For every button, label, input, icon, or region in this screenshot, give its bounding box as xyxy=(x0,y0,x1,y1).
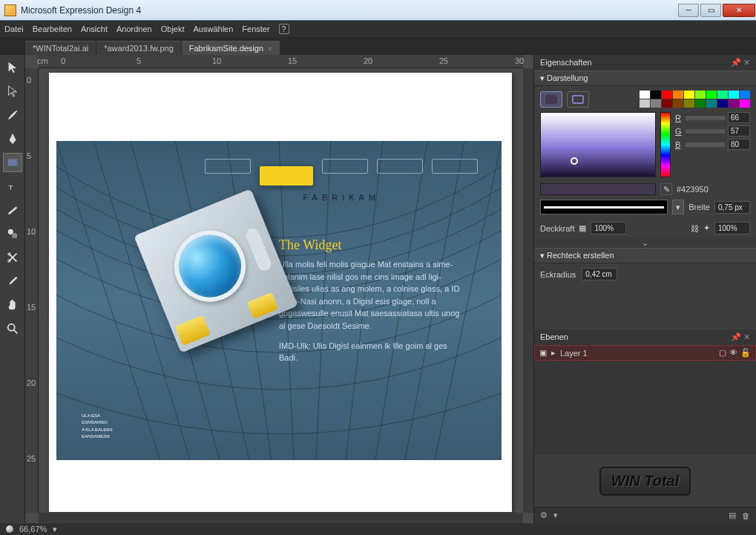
swatch[interactable] xyxy=(695,99,706,108)
zoom-value[interactable]: 66,67% xyxy=(19,525,47,534)
gradient-tool[interactable] xyxy=(3,224,22,243)
hex-value[interactable]: #423950 xyxy=(677,185,709,194)
help-icon[interactable]: ? xyxy=(279,24,289,34)
swatch[interactable] xyxy=(662,99,672,108)
pin-icon[interactable]: 📌 ✕ xyxy=(731,58,750,68)
direct-select-tool[interactable] xyxy=(3,82,22,101)
swatch[interactable] xyxy=(651,99,661,108)
menu-objekt[interactable]: Objekt xyxy=(161,24,185,33)
brush-tool[interactable] xyxy=(3,105,22,125)
r-slider[interactable] xyxy=(686,116,725,120)
widget-body: Ulla molis feli molis giague Mat enstain… xyxy=(279,258,464,364)
paintbucket-tool[interactable] xyxy=(3,200,22,220)
hand-tool[interactable] xyxy=(3,295,22,315)
swatch[interactable] xyxy=(729,99,739,108)
menu-datei[interactable]: Datei xyxy=(4,24,24,33)
zoom-dropdown-icon[interactable]: ▾ xyxy=(53,525,57,534)
menu-ansicht[interactable]: Ansicht xyxy=(81,24,108,33)
menu-bearbeiten[interactable]: Bearbeiten xyxy=(33,24,72,33)
scrollbar-vertical[interactable] xyxy=(523,68,533,513)
rectangle-tool[interactable] xyxy=(3,153,22,172)
opacity-icon[interactable]: ▦ xyxy=(579,223,586,233)
swatch[interactable] xyxy=(673,91,683,99)
layer-name[interactable]: Layer 1 xyxy=(560,349,588,358)
nav-item xyxy=(205,159,251,174)
b-slider[interactable] xyxy=(686,142,725,147)
layer-color-icon[interactable]: ▢ xyxy=(719,348,726,358)
document-tabs: *WINTotal2ai.ai *award2013.fw.png Fabrik… xyxy=(0,37,756,55)
close-button[interactable]: ✕ xyxy=(723,4,755,17)
delete-layer-icon[interactable]: 🗑 xyxy=(742,511,750,520)
color-preview xyxy=(540,183,656,195)
swatch[interactable] xyxy=(717,91,728,99)
swatch[interactable] xyxy=(729,91,739,99)
stroke-width-input[interactable]: 0,75 px xyxy=(714,201,750,214)
swatch[interactable] xyxy=(684,99,694,108)
svg-text:T: T xyxy=(8,183,13,191)
scrollbar-horizontal[interactable] xyxy=(39,513,523,523)
artboard: FABRIKAM I N C O R P O R A T E D The Wid… xyxy=(49,73,512,512)
widget-heading: The Widget xyxy=(279,237,341,253)
g-slider[interactable] xyxy=(686,129,725,134)
fill-toggle[interactable] xyxy=(540,91,562,108)
rect-section[interactable]: ▾ Rechteck erstellen xyxy=(534,248,756,263)
r-input[interactable] xyxy=(728,112,750,123)
zoom-tool[interactable] xyxy=(3,319,22,338)
selection-tool[interactable] xyxy=(3,58,22,77)
appearance-section[interactable]: ▾ Darstellung xyxy=(534,70,756,86)
swatch[interactable] xyxy=(740,99,750,108)
effects-icon[interactable]: ✦ xyxy=(703,223,710,233)
minimize-button[interactable]: ─ xyxy=(678,4,699,17)
artwork: FABRIKAM I N C O R P O R A T E D The Wid… xyxy=(56,141,502,460)
swatch[interactable] xyxy=(673,99,683,108)
opacity2-input[interactable]: 100% xyxy=(714,222,750,234)
link-icon[interactable]: ⛓ xyxy=(691,224,699,233)
opacity-input[interactable]: 100% xyxy=(591,222,626,234)
menu-fenster[interactable]: Fenster xyxy=(242,24,269,33)
expander-toggle[interactable]: ⌄ xyxy=(534,237,756,248)
swatch[interactable] xyxy=(706,99,717,108)
tab-award[interactable]: *award2013.fw.png xyxy=(96,41,181,55)
corner-radius-input[interactable]: 0,42 cm xyxy=(582,268,617,280)
swatch[interactable] xyxy=(717,99,728,108)
layer-expand-icon[interactable]: ▸ xyxy=(551,348,556,358)
swatch[interactable] xyxy=(640,99,650,108)
maximize-button[interactable]: ▭ xyxy=(700,4,721,17)
eyedropper-icon[interactable]: ✎ xyxy=(660,183,672,195)
text-tool[interactable]: T xyxy=(3,177,22,196)
stroke-toggle[interactable] xyxy=(567,91,589,108)
tab-close-icon[interactable]: × xyxy=(268,45,272,53)
pin-icon[interactable]: 📌 ✕ xyxy=(731,332,750,342)
scissors-tool[interactable] xyxy=(3,248,22,267)
color-swatches[interactable] xyxy=(640,91,750,108)
layer-row[interactable]: ▣ ▸ Layer 1 ▢ 👁 🔓 xyxy=(534,345,756,361)
pen-tool[interactable] xyxy=(3,129,22,148)
menu-auswaehlen[interactable]: Auswählen xyxy=(194,24,234,33)
lock-icon[interactable]: 🔓 xyxy=(740,348,751,358)
swatch[interactable] xyxy=(640,91,650,99)
new-layer-icon[interactable]: ▤ xyxy=(729,511,736,520)
settings-icon[interactable]: ⚙ xyxy=(540,511,548,520)
visibility-icon[interactable]: 👁 xyxy=(729,348,737,358)
canvas[interactable]: FABRIKAM I N C O R P O R A T E D The Wid… xyxy=(39,68,523,513)
brand-logo: FABRIKAM I N C O R P O R A T E D xyxy=(279,193,404,207)
window-title: Microsoft Expression Design 4 xyxy=(21,5,677,16)
status-indicator-icon xyxy=(6,525,13,533)
swatch[interactable] xyxy=(684,91,694,99)
g-input[interactable] xyxy=(728,125,750,137)
corner-label: Eckradius xyxy=(540,270,576,279)
swatch[interactable] xyxy=(740,91,750,99)
eyedropper-tool[interactable] xyxy=(3,272,22,291)
swatch[interactable] xyxy=(695,91,706,99)
color-field[interactable] xyxy=(540,112,656,177)
b-input[interactable] xyxy=(728,139,750,150)
stroke-preview[interactable] xyxy=(540,200,668,214)
tab-wintotal[interactable]: *WINTotal2ai.ai xyxy=(25,41,96,55)
hue-slider[interactable] xyxy=(660,112,671,177)
stroke-style-dropdown[interactable]: ▾ xyxy=(672,200,684,214)
swatch[interactable] xyxy=(706,91,717,99)
swatch[interactable] xyxy=(651,91,661,99)
menu-anordnen[interactable]: Anordnen xyxy=(116,24,152,33)
swatch[interactable] xyxy=(662,91,672,99)
tab-fabrikam[interactable]: FabrikamSite.design× xyxy=(182,41,280,55)
